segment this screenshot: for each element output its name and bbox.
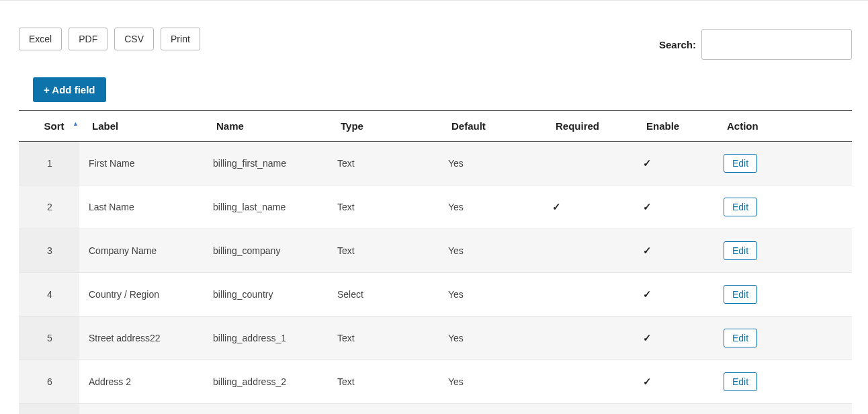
edit-button[interactable]: Edit xyxy=(724,198,757,216)
cell-type: Select xyxy=(328,273,439,317)
cell-name: billing_first_name xyxy=(204,142,328,185)
cell-name: billing_last_name xyxy=(204,185,328,229)
cell-label: Address 2 xyxy=(79,360,204,404)
cell-sort: 1 xyxy=(19,142,79,185)
edit-button[interactable]: Edit xyxy=(724,329,757,347)
cell-default: Yes xyxy=(439,229,543,273)
search-label: Search: xyxy=(659,39,696,50)
cell-sort: 2 xyxy=(19,185,79,229)
cell-action: Edit xyxy=(714,404,852,415)
table-scroll-area[interactable]: 1First Namebilling_first_nameTextYes✓Edi… xyxy=(19,142,852,414)
checkmark-icon: ✓ xyxy=(643,201,652,212)
cell-enable: ✓ xyxy=(634,185,714,229)
top-bar: Excel PDF CSV Print Search: xyxy=(19,28,852,60)
cell-sort: 7 xyxy=(19,404,79,415)
cell-name: billing_address_1 xyxy=(204,317,328,360)
cell-label: Town / City xyxy=(79,404,204,415)
cell-type: Text xyxy=(328,360,439,404)
column-header-default[interactable]: Default xyxy=(442,111,546,142)
cell-name: billing_company xyxy=(204,229,328,273)
cell-enable: ✓ xyxy=(634,404,714,415)
cell-label: Last Name xyxy=(79,185,204,229)
edit-button[interactable]: Edit xyxy=(724,241,757,260)
cell-action: Edit xyxy=(714,229,852,273)
add-field-button[interactable]: + Add field xyxy=(33,77,106,102)
cell-action: Edit xyxy=(714,360,852,404)
cell-name: billing_country xyxy=(204,273,328,317)
column-header-action[interactable]: Action xyxy=(718,111,852,142)
cell-name: billing_city xyxy=(204,404,328,415)
checkmark-icon: ✓ xyxy=(643,288,652,300)
cell-required xyxy=(543,229,634,273)
checkmark-icon: ✓ xyxy=(643,245,652,256)
column-header-required[interactable]: Required xyxy=(546,111,637,142)
cell-action: Edit xyxy=(714,185,852,229)
cell-enable: ✓ xyxy=(634,273,714,317)
checkmark-icon: ✓ xyxy=(643,376,652,387)
cell-type: Text xyxy=(328,142,439,185)
edit-button[interactable]: Edit xyxy=(724,372,757,391)
table-row: 4Country / Regionbilling_countrySelectYe… xyxy=(19,273,852,317)
checkmark-icon: ✓ xyxy=(643,157,652,169)
edit-button[interactable]: Edit xyxy=(724,285,757,304)
cell-default: Yes xyxy=(439,360,543,404)
cell-label: Street address22 xyxy=(79,317,204,360)
cell-type: Text xyxy=(328,229,439,273)
table-body: 1First Namebilling_first_nameTextYes✓Edi… xyxy=(19,142,852,414)
cell-action: Edit xyxy=(714,142,852,185)
search-input[interactable] xyxy=(701,29,852,60)
cell-required xyxy=(543,317,634,360)
cell-required xyxy=(543,360,634,404)
cell-label: Country / Region xyxy=(79,273,204,317)
column-header-name[interactable]: Name xyxy=(207,111,331,142)
table-wrapper: Sort ▲ Label Name Type Default Required … xyxy=(19,110,852,414)
cell-default: Yes xyxy=(439,273,543,317)
cell-name: billing_address_2 xyxy=(204,360,328,404)
cell-type: Text xyxy=(328,404,439,415)
table-header-row: Sort ▲ Label Name Type Default Required … xyxy=(19,111,852,142)
table-row: 7Town / Citybilling_cityTextYes✓Edit xyxy=(19,404,852,415)
csv-button[interactable]: CSV xyxy=(114,28,154,50)
pdf-button[interactable]: PDF xyxy=(69,28,107,50)
print-button[interactable]: Print xyxy=(161,28,200,50)
search-group: Search: xyxy=(659,29,852,60)
cell-required xyxy=(543,404,634,415)
table-row: 2Last Namebilling_last_nameTextYes✓✓Edit xyxy=(19,185,852,229)
table-row: 6Address 2billing_address_2TextYes✓Edit xyxy=(19,360,852,404)
fields-table: Sort ▲ Label Name Type Default Required … xyxy=(19,110,852,142)
cell-type: Text xyxy=(328,185,439,229)
table-row: 1First Namebilling_first_nameTextYes✓Edi… xyxy=(19,142,852,185)
column-header-sort[interactable]: Sort ▲ xyxy=(19,111,83,142)
cell-sort: 3 xyxy=(19,229,79,273)
cell-default: Yes xyxy=(439,404,543,415)
table-row: 3Company Namebilling_companyTextYes✓Edit xyxy=(19,229,852,273)
cell-action: Edit xyxy=(714,273,852,317)
column-header-type[interactable]: Type xyxy=(331,111,442,142)
cell-action: Edit xyxy=(714,317,852,360)
column-header-label[interactable]: Label xyxy=(83,111,207,142)
cell-default: Yes xyxy=(439,142,543,185)
cell-enable: ✓ xyxy=(634,317,714,360)
excel-button[interactable]: Excel xyxy=(19,28,62,50)
cell-enable: ✓ xyxy=(634,142,714,185)
cell-label: First Name xyxy=(79,142,204,185)
cell-type: Text xyxy=(328,317,439,360)
checkmark-icon: ✓ xyxy=(643,332,652,343)
edit-button[interactable]: Edit xyxy=(724,154,757,173)
cell-default: Yes xyxy=(439,185,543,229)
cell-enable: ✓ xyxy=(634,229,714,273)
cell-default: Yes xyxy=(439,317,543,360)
page-container: Excel PDF CSV Print Search: + Add field … xyxy=(0,1,868,414)
cell-required xyxy=(543,142,634,185)
column-header-sort-label: Sort xyxy=(44,120,64,132)
column-header-enable[interactable]: Enable xyxy=(637,111,718,142)
cell-enable: ✓ xyxy=(634,360,714,404)
sort-ascending-icon: ▲ xyxy=(73,120,79,127)
cell-required: ✓ xyxy=(543,185,634,229)
cell-sort: 6 xyxy=(19,360,79,404)
table-row: 5Street address22billing_address_1TextYe… xyxy=(19,317,852,360)
export-button-group: Excel PDF CSV Print xyxy=(19,28,200,50)
cell-sort: 4 xyxy=(19,273,79,317)
cell-required xyxy=(543,273,634,317)
cell-sort: 5 xyxy=(19,317,79,360)
